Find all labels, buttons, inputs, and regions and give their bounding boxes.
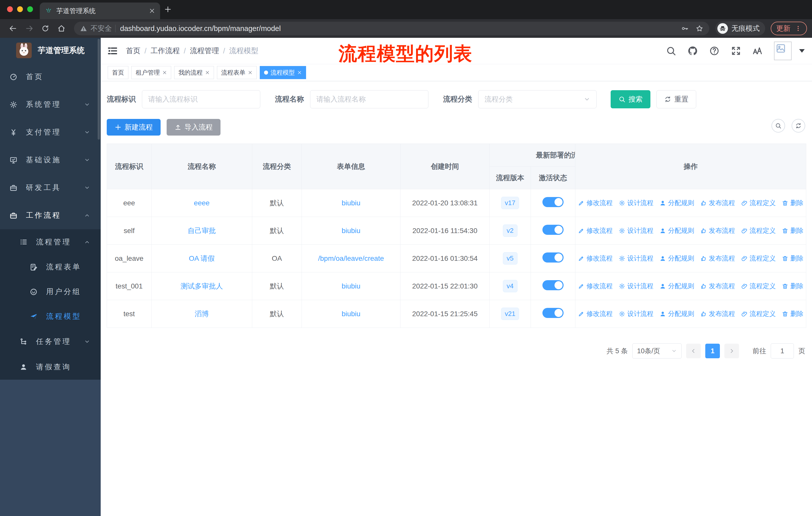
breadcrumb-item[interactable]: 工作流程 bbox=[150, 46, 180, 56]
sidebar-item-11[interactable]: 请假查询 bbox=[0, 354, 101, 380]
reload-button[interactable] bbox=[41, 24, 49, 32]
sidebar-item-1[interactable]: 系统管理 bbox=[0, 91, 101, 118]
active-toggle[interactable] bbox=[543, 280, 563, 290]
tag-close-icon[interactable] bbox=[205, 70, 210, 75]
form-info-link[interactable]: biubiu bbox=[342, 227, 360, 235]
font-size-icon[interactable] bbox=[752, 46, 763, 56]
active-toggle[interactable] bbox=[543, 252, 563, 263]
active-toggle[interactable] bbox=[543, 308, 563, 318]
sidebar-item-5[interactable]: 工作流程 bbox=[0, 201, 101, 229]
filter-id-input[interactable] bbox=[142, 90, 260, 108]
form-info-link[interactable]: biubiu bbox=[342, 310, 360, 318]
op-edit-link[interactable]: 修改流程 bbox=[578, 254, 613, 263]
tag-item[interactable]: 租户管理 bbox=[132, 66, 171, 79]
form-info-link[interactable]: biubiu bbox=[342, 199, 360, 207]
goto-page-input[interactable] bbox=[771, 344, 794, 358]
bookmark-star-icon[interactable] bbox=[696, 25, 703, 32]
op-delete-link[interactable]: 删除 bbox=[782, 309, 804, 318]
url-text[interactable]: dashboard.yudao.iocoder.cn/bpm/manager/m… bbox=[120, 24, 674, 33]
op-delete-link[interactable]: 删除 bbox=[782, 226, 804, 235]
minimize-window-button[interactable] bbox=[17, 6, 23, 12]
current-page-button[interactable]: 1 bbox=[705, 344, 720, 358]
fullscreen-icon[interactable] bbox=[731, 46, 741, 56]
op-design-link[interactable]: 设计流程 bbox=[619, 198, 654, 207]
sidebar-item-8[interactable]: 用户分组 bbox=[0, 279, 101, 304]
op-design-link[interactable]: 设计流程 bbox=[619, 254, 654, 263]
security-label[interactable]: 不安全 bbox=[91, 24, 112, 33]
op-delete-link[interactable]: 删除 bbox=[782, 282, 804, 291]
avatar-caret-icon[interactable] bbox=[799, 49, 805, 53]
op-definition-link[interactable]: 流程定义 bbox=[741, 309, 776, 318]
tag-close-icon[interactable] bbox=[248, 70, 253, 75]
sidebar-item-2[interactable]: 支付管理 bbox=[0, 118, 101, 146]
zoom-window-button[interactable] bbox=[27, 6, 33, 12]
op-design-link[interactable]: 设计流程 bbox=[619, 282, 654, 291]
op-definition-link[interactable]: 流程定义 bbox=[741, 282, 776, 291]
help-icon[interactable] bbox=[709, 46, 720, 56]
update-label[interactable]: 更新 bbox=[776, 24, 790, 33]
next-page-button[interactable] bbox=[724, 344, 739, 358]
process-name-link[interactable]: OA 请假 bbox=[189, 254, 215, 262]
op-assign-link[interactable]: 分配规则 bbox=[660, 309, 694, 318]
browser-tab[interactable]: 芋道管理系统 bbox=[40, 2, 160, 19]
op-publish-link[interactable]: 发布流程 bbox=[700, 282, 735, 291]
avatar[interactable] bbox=[774, 42, 792, 60]
op-definition-link[interactable]: 流程定义 bbox=[741, 226, 776, 235]
op-delete-link[interactable]: 删除 bbox=[782, 198, 804, 207]
tag-close-icon[interactable] bbox=[162, 70, 167, 75]
sidebar-collapse-icon[interactable] bbox=[108, 46, 117, 56]
process-name-link[interactable]: eeee bbox=[194, 199, 209, 207]
tag-item[interactable]: 首页 bbox=[108, 66, 128, 79]
new-tab-button[interactable] bbox=[164, 5, 172, 13]
op-design-link[interactable]: 设计流程 bbox=[619, 226, 654, 235]
sidebar-scrollbar[interactable] bbox=[98, 39, 100, 140]
back-button[interactable] bbox=[9, 24, 17, 32]
prev-page-button[interactable] bbox=[686, 344, 701, 358]
breadcrumb-item[interactable]: 首页 bbox=[126, 46, 141, 56]
tag-close-icon[interactable] bbox=[297, 70, 302, 75]
filter-category-select[interactable]: 流程分类 bbox=[478, 90, 597, 108]
refresh-table-button[interactable] bbox=[792, 119, 805, 133]
tag-item[interactable]: 流程表单 bbox=[217, 66, 257, 79]
sidebar-item-9[interactable]: 流程模型 bbox=[0, 304, 101, 329]
op-edit-link[interactable]: 修改流程 bbox=[578, 309, 613, 318]
sidebar-item-6[interactable]: 流程管理 bbox=[0, 229, 101, 255]
close-window-button[interactable] bbox=[7, 6, 13, 12]
github-icon[interactable] bbox=[688, 46, 698, 56]
breadcrumb-item[interactable]: 流程管理 bbox=[190, 46, 219, 56]
address-bar[interactable]: 不安全 dashboard.yudao.iocoder.cn/bpm/manag… bbox=[74, 22, 709, 35]
op-publish-link[interactable]: 发布流程 bbox=[700, 198, 735, 207]
op-assign-link[interactable]: 分配规则 bbox=[660, 226, 694, 235]
forward-button[interactable] bbox=[25, 24, 33, 32]
op-publish-link[interactable]: 发布流程 bbox=[700, 226, 735, 235]
create-process-button[interactable]: 新建流程 bbox=[107, 119, 161, 136]
form-info-link[interactable]: biubiu bbox=[342, 282, 360, 290]
home-button[interactable] bbox=[57, 24, 65, 32]
sidebar-item-0[interactable]: 首页 bbox=[0, 63, 101, 91]
breadcrumb-item[interactable]: 流程模型 bbox=[229, 46, 258, 56]
header-search-icon[interactable] bbox=[666, 46, 676, 56]
op-definition-link[interactable]: 流程定义 bbox=[741, 198, 776, 207]
password-key-icon[interactable] bbox=[681, 25, 689, 32]
sidebar-item-4[interactable]: 研发工具 bbox=[0, 174, 101, 201]
op-delete-link[interactable]: 删除 bbox=[782, 254, 804, 263]
op-assign-link[interactable]: 分配规则 bbox=[660, 282, 694, 291]
browser-menu-icon[interactable] bbox=[795, 25, 802, 32]
op-definition-link[interactable]: 流程定义 bbox=[741, 254, 776, 263]
sidebar-item-7[interactable]: 流程表单 bbox=[0, 255, 101, 279]
tag-item[interactable]: 我的流程 bbox=[174, 66, 214, 79]
op-assign-link[interactable]: 分配规则 bbox=[660, 198, 694, 207]
toggle-search-button[interactable] bbox=[772, 119, 785, 133]
op-design-link[interactable]: 设计流程 bbox=[619, 309, 654, 318]
process-name-link[interactable]: 滔博 bbox=[195, 310, 209, 318]
update-chip[interactable]: 更新 bbox=[771, 22, 807, 35]
sidebar-item-3[interactable]: 基础设施 bbox=[0, 146, 101, 174]
op-edit-link[interactable]: 修改流程 bbox=[578, 226, 613, 235]
tab-close-icon[interactable] bbox=[149, 8, 155, 14]
page-size-select[interactable]: 10条/页 bbox=[632, 344, 682, 358]
op-edit-link[interactable]: 修改流程 bbox=[578, 282, 613, 291]
active-toggle[interactable] bbox=[543, 197, 563, 207]
form-info-link[interactable]: /bpm/oa/leave/create bbox=[318, 254, 384, 262]
tag-item[interactable]: 流程模型 bbox=[260, 66, 306, 79]
reset-button[interactable]: 重置 bbox=[657, 90, 696, 108]
